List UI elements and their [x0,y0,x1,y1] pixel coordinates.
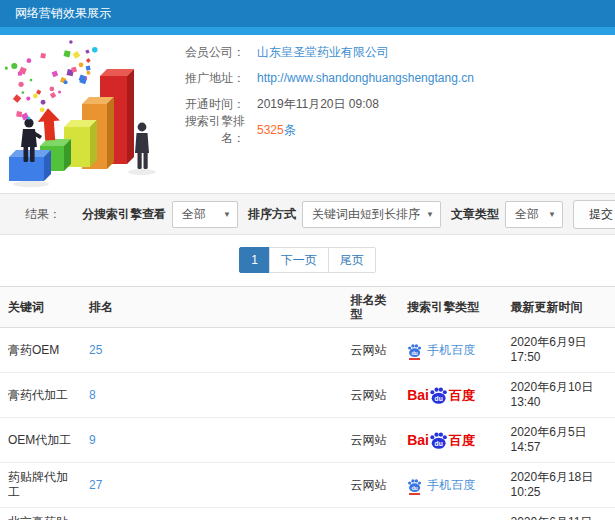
promo-url-label: 推广地址： [175,70,245,87]
svg-text:du: du [412,484,418,490]
filter-controls: 分搜索引擎查看 全部 ▼ 排序方式 关键词由短到长排序 ▼ 文章类型 全部 ▼ … [72,200,615,229]
rank-type-cell: 云网站 [342,418,399,463]
rank-link[interactable]: 25 [89,343,102,357]
page-1-button[interactable]: 1 [239,247,270,273]
updated-cell: 2020年6月11日 11:18 [503,508,615,520]
member-company-link[interactable]: 山东皇圣堂药业有限公司 [257,44,389,61]
article-type-value: 全部 [515,207,539,221]
rank-cell: 8 [81,373,342,418]
page: 网络营销效果展示 [0,0,615,520]
rank-cell: 25 [81,328,342,373]
table-header-row: 关键词 排名 排名类型 搜索引擎类型 最新更新时间 [0,287,615,328]
sort-select-value: 关键词由短到长排序 [312,207,420,221]
mobile-baidu-logo: du手机百度 [407,478,475,493]
table-row: 膏药OEM25云网站du手机百度2020年6月9日 17:50 [0,328,615,373]
member-company-row: 会员公司： 山东皇圣堂药业有限公司 [175,39,615,65]
paw-underline [409,493,420,495]
keyword-cell: 膏药代加工 [0,373,81,418]
engine-type-cell: Baidu百度 [399,418,502,463]
article-type-label: 文章类型 [451,206,499,223]
keyword-cell: 膏药OEM [0,328,81,373]
rank-type-cell: 云网站 [342,373,399,418]
engine-select[interactable]: 全部 ▼ [172,201,238,228]
keyword-cell: OEM代加工 [0,418,81,463]
engine-type-cell: Baidu百度 [399,373,502,418]
app-header: 网络营销效果展示 [0,0,615,27]
filter-bar: 结果： 分搜索引擎查看 全部 ▼ 排序方式 关键词由短到长排序 ▼ 文章类型 全… [0,193,615,235]
result-label: 结果： [25,206,61,223]
summary-section: 会员公司： 山东皇圣堂药业有限公司 推广地址： http://www.shand… [0,35,615,193]
baidu-paw-icon: du [429,386,448,405]
baidu-paw-icon: du [407,478,422,493]
company-info: 会员公司： 山东皇圣堂药业有限公司 推广地址： http://www.shand… [175,39,615,143]
engine-rank-row: 搜索引擎排名： 5325条 [175,117,615,143]
rank-unit: 条 [284,123,296,137]
rank-link[interactable]: 9 [89,433,96,447]
table-row: 膏药代加工8云网站Baidu百度2020年6月10日 13:40 [0,373,615,418]
open-time-label: 开通时间： [175,96,245,113]
page-title: 网络营销效果展示 [0,0,111,27]
engine-rank-value: 5325条 [257,122,296,139]
engine-filter-label: 分搜索引擎查看 [82,206,166,223]
next-page-button[interactable]: 下一页 [269,247,329,273]
updated-cell: 2020年6月9日 17:50 [503,328,615,373]
last-page-button[interactable]: 尾页 [328,247,376,273]
svg-text:du: du [435,394,443,401]
engine-type-cell: Baidu百度 [399,508,502,520]
updated-cell: 2020年6月10日 13:40 [503,373,615,418]
rank-link[interactable]: 27 [89,478,102,492]
baidu-paw-icon: du [429,431,448,450]
updated-cell: 2020年6月5日 14:57 [503,418,615,463]
paw-underline [409,358,420,360]
header-accent-strip [0,27,615,35]
table-row: OEM代加工9云网站Baidu百度2020年6月5日 14:57 [0,418,615,463]
engine-select-value: 全部 [182,207,206,221]
rank-type-cell: 云网站 [342,508,399,520]
col-engine-type: 搜索引擎类型 [399,287,502,328]
updated-cell: 2020年6月18日 10:25 [503,463,615,508]
col-updated: 最新更新时间 [503,287,615,328]
rank-link[interactable]: 8 [89,388,96,402]
col-keyword: 关键词 [0,287,81,328]
svg-text:du: du [435,439,443,446]
baidu-logo: Baidu百度 [407,386,475,405]
article-type-select[interactable]: 全部 ▼ [505,201,563,228]
sort-filter-label: 排序方式 [248,206,296,223]
baidu-paw-icon: du [407,343,422,358]
pagination: 1 下一页 尾页 [0,247,615,273]
engine-type-cell: du手机百度 [399,328,502,373]
table-row: 药贴牌代加工27云网站du手机百度2020年6月18日 10:25 [0,463,615,508]
open-time-value: 2019年11月20日 09:08 [257,96,379,113]
promo-url-row: 推广地址： http://www.shandonghuangshengtang.… [175,65,615,91]
rank-cell: 1 [81,508,342,520]
keyword-cell: 药贴牌代加工 [0,463,81,508]
results-table: 关键词 排名 排名类型 搜索引擎类型 最新更新时间 膏药OEM25云网站du手机… [0,286,615,520]
engine-type-cell: du手机百度 [399,463,502,508]
businessman-right [135,123,149,169]
bar-chart-illustration [5,39,180,189]
svg-text:du: du [412,349,418,355]
sort-select[interactable]: 关键词由短到长排序 ▼ [302,201,441,228]
baidu-logo: Baidu百度 [407,431,475,450]
rank-type-cell: 云网站 [342,328,399,373]
engine-rank-label: 搜索引擎排名： [175,113,245,147]
col-rank: 排名 [81,287,342,328]
col-rank-type: 排名类型 [342,287,399,328]
keyword-cell: 北京膏药贴牌 [0,508,81,520]
rank-cell: 9 [81,418,342,463]
rank-count: 5325 [257,123,284,137]
rank-cell: 27 [81,463,342,508]
chevron-down-icon: ▼ [223,202,231,227]
mobile-baidu-logo: du手机百度 [407,343,475,358]
chevron-down-icon: ▼ [426,202,434,227]
submit-button[interactable]: 提交 [573,200,615,229]
table-body: 膏药OEM25云网站du手机百度2020年6月9日 17:50膏药代加工8云网站… [0,328,615,520]
promo-url-link[interactable]: http://www.shandonghuangshengtang.cn [257,71,474,85]
chevron-down-icon: ▼ [548,202,556,227]
member-company-label: 会员公司： [175,44,245,61]
rank-type-cell: 云网站 [342,463,399,508]
table-row: 北京膏药贴牌1云网站Baidu百度2020年6月11日 11:18 [0,508,615,520]
